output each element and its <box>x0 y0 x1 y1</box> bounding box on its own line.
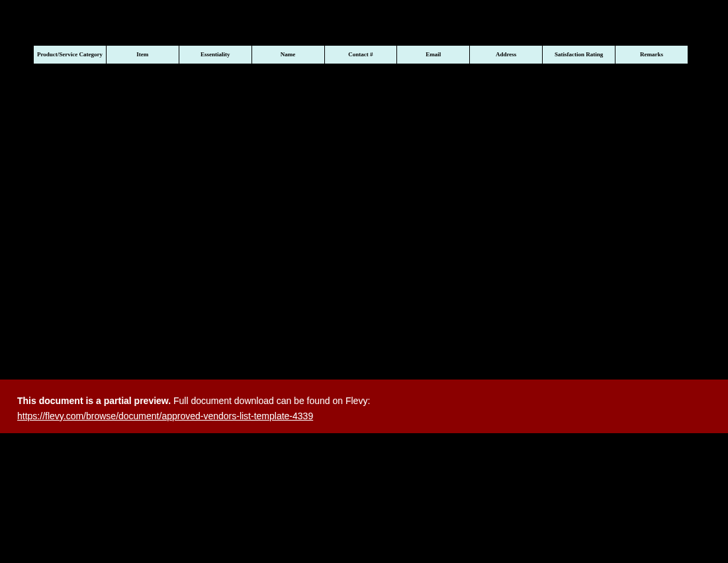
col-satisfaction-rating: Satisfaction Rating <box>543 46 615 64</box>
table-header-row: Product/Service Category Item Essentiali… <box>34 46 688 64</box>
col-name: Name <box>251 46 324 64</box>
table-header-preview: Product/Service Category Item Essentiali… <box>33 45 688 64</box>
col-essentiality: Essentiality <box>179 46 251 64</box>
banner-line-1: This document is a partial preview. Full… <box>17 394 711 408</box>
col-remarks: Remarks <box>615 46 688 64</box>
banner-followup-text: Full document download can be found on F… <box>171 395 370 406</box>
col-product-service-category: Product/Service Category <box>34 46 107 64</box>
col-email: Email <box>397 46 470 64</box>
col-item: Item <box>106 46 179 64</box>
vendor-table: Product/Service Category Item Essentiali… <box>33 45 688 64</box>
banner-link[interactable]: https://flevy.com/browse/document/approv… <box>17 409 313 423</box>
col-contact: Contact # <box>324 46 397 64</box>
col-address: Address <box>470 46 543 64</box>
banner-bold-text: This document is a partial preview. <box>17 395 171 406</box>
preview-banner: This document is a partial preview. Full… <box>0 380 728 433</box>
